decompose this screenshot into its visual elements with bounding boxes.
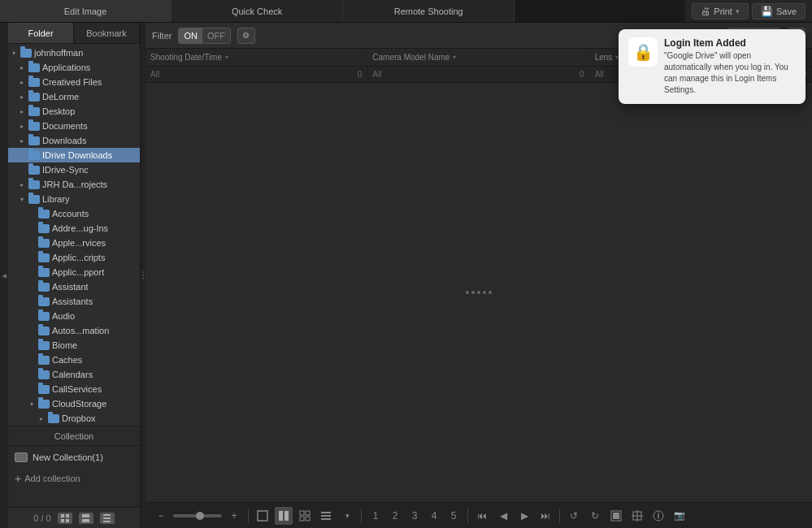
add-collection-button[interactable]: + Add collection	[8, 469, 140, 488]
tree-item-jrh[interactable]: JRH Da...rojects	[8, 177, 140, 192]
nav-last-icon: ⏭	[541, 510, 550, 522]
page-4-button[interactable]: 4	[425, 507, 443, 525]
tree-item-documents[interactable]: Documents	[8, 119, 140, 133]
tree-item-accounts[interactable]: Accounts	[8, 206, 140, 221]
tree-item-downloads[interactable]: Downloads	[8, 133, 140, 148]
notification-content: Login Item Added "Google Drive" will ope…	[664, 37, 796, 96]
filter-settings-button[interactable]: ⚙	[237, 28, 255, 44]
save-button[interactable]: 💾 Save	[752, 3, 805, 19]
view-grid-small-button[interactable]	[58, 513, 72, 524]
tree-item-audio[interactable]: Audio	[8, 309, 140, 323]
svg-rect-12	[300, 511, 304, 515]
svg-rect-2	[61, 519, 64, 522]
arrow-icon	[18, 122, 26, 130]
tab-bookmark[interactable]: Bookmark	[74, 23, 140, 43]
arrow-icon	[18, 195, 26, 203]
tree-item-applic-support[interactable]: Applic...pport	[8, 265, 140, 279]
nav-next-button[interactable]: ▶	[515, 507, 533, 525]
bottom-bar-left: 0 / 0	[8, 507, 140, 528]
folder-icon	[28, 78, 40, 87]
zoom-actual-button[interactable]	[628, 507, 646, 525]
page-2-button[interactable]: 2	[386, 507, 404, 525]
tab-folder[interactable]: Folder	[8, 23, 74, 43]
zoom-in-button[interactable]: +	[225, 507, 243, 525]
tree-item-callservices[interactable]: CallServices	[8, 382, 140, 396]
rotate-right-button[interactable]: ↻	[586, 507, 604, 525]
tree-item-creatived[interactable]: Creatived Files	[8, 75, 140, 89]
tree-item-johnhoffman[interactable]: johnhoffman	[8, 45, 140, 60]
svg-rect-13	[306, 511, 310, 515]
rotate-left-button[interactable]: ↻	[565, 507, 583, 525]
zoom-slider[interactable]	[173, 514, 222, 517]
separator	[361, 509, 362, 523]
sub-header-camera-model: All 0	[367, 67, 589, 82]
tree-item-biome[interactable]: Biome	[8, 338, 140, 353]
edit-image-button[interactable]: Edit Image	[0, 0, 172, 22]
remote-shooting-button[interactable]: Remote Shooting	[343, 0, 515, 22]
view-list-button[interactable]	[317, 507, 335, 525]
arrow-icon	[18, 107, 26, 115]
view-grid-medium-button[interactable]	[79, 513, 93, 524]
zoom-slider-thumb[interactable]	[196, 512, 204, 520]
folder-icon	[38, 283, 50, 292]
tree-item-delorme[interactable]: DeLorme	[8, 89, 140, 104]
info-button[interactable]	[649, 507, 667, 525]
tree-item-addressbook[interactable]: Addre...ug-Ins	[8, 221, 140, 236]
tree-item-apple-services[interactable]: Apple...rvices	[8, 236, 140, 250]
collection-icon	[15, 452, 28, 462]
view-single-button[interactable]	[254, 507, 271, 525]
tree-item-calendars[interactable]: Calendars	[8, 367, 140, 382]
quick-check-button[interactable]: Quick Check	[172, 0, 343, 22]
tree-item-applic-scripts[interactable]: Applic...cripts	[8, 250, 140, 265]
tree-item-assistants[interactable]: Assistants	[8, 294, 140, 309]
svg-rect-8	[103, 521, 111, 522]
page-1-button[interactable]: 1	[367, 507, 384, 525]
arrow-icon	[18, 93, 26, 101]
tree-item-idrive-downloads[interactable]: IDrive Downloads	[8, 148, 140, 162]
filter-off-button[interactable]: OFF	[202, 28, 230, 43]
folder-icon	[38, 370, 50, 379]
arrow-icon	[18, 180, 26, 188]
svg-rect-4	[82, 514, 89, 517]
nav-first-button[interactable]: ⏮	[473, 507, 491, 525]
folder-icon	[28, 93, 40, 102]
view-4col-button[interactable]	[296, 507, 314, 525]
tree-item-desktop[interactable]: Desktop	[8, 104, 140, 119]
print-button[interactable]: 🖨 Print ▾	[692, 3, 749, 19]
bottom-toolbar: − +	[145, 502, 812, 528]
view-list-button[interactable]	[100, 513, 115, 524]
camera-button[interactable]: 📷	[671, 507, 688, 525]
zoom-in-icon: +	[231, 510, 237, 522]
nav-prev-button[interactable]: ◀	[494, 507, 512, 525]
nav-last-button[interactable]: ⏭	[536, 507, 554, 525]
collection-item[interactable]: New Collection(1)	[8, 446, 140, 469]
tree-item-applications[interactable]: Applications	[8, 60, 140, 75]
page-3-button[interactable]: 3	[406, 507, 423, 525]
separator	[559, 509, 560, 523]
tree-item-dropbox[interactable]: Dropbox	[8, 411, 140, 426]
left-collapse-icon: ◀	[2, 272, 7, 279]
tree-item-idrive-sync[interactable]: IDrive-Sync	[8, 162, 140, 177]
col-header-shooting-date[interactable]: Shooting Date/Time ▾	[145, 49, 367, 66]
left-panel: Folder Bookmark johnhoffman Ap	[8, 23, 141, 528]
svg-rect-5	[82, 519, 89, 522]
svg-rect-15	[306, 517, 310, 521]
tree-item-caches[interactable]: Caches	[8, 353, 140, 367]
svg-rect-17	[321, 515, 331, 517]
view-2col-button[interactable]	[275, 507, 293, 525]
filter-on-button[interactable]: ON	[179, 28, 202, 43]
tree-item-library[interactable]: Library	[8, 192, 140, 206]
svg-rect-6	[103, 514, 111, 516]
folder-icon	[38, 210, 50, 219]
folder-icon	[28, 166, 40, 175]
left-collapse-handle[interactable]: ◀	[0, 23, 8, 528]
zoom-out-button[interactable]: −	[152, 507, 170, 525]
view-options-button[interactable]: ▾	[338, 507, 356, 525]
rotate-right-icon: ↻	[591, 510, 599, 522]
tree-item-cloudstorage[interactable]: CloudStorage	[8, 396, 140, 411]
tree-item-assistant[interactable]: Assistant	[8, 279, 140, 294]
col-header-camera-model[interactable]: Camera Model Name ▾	[367, 49, 589, 66]
zoom-fit-button[interactable]	[607, 507, 625, 525]
tree-item-automation[interactable]: Autos...mation	[8, 323, 140, 338]
page-5-button[interactable]: 5	[445, 507, 462, 525]
